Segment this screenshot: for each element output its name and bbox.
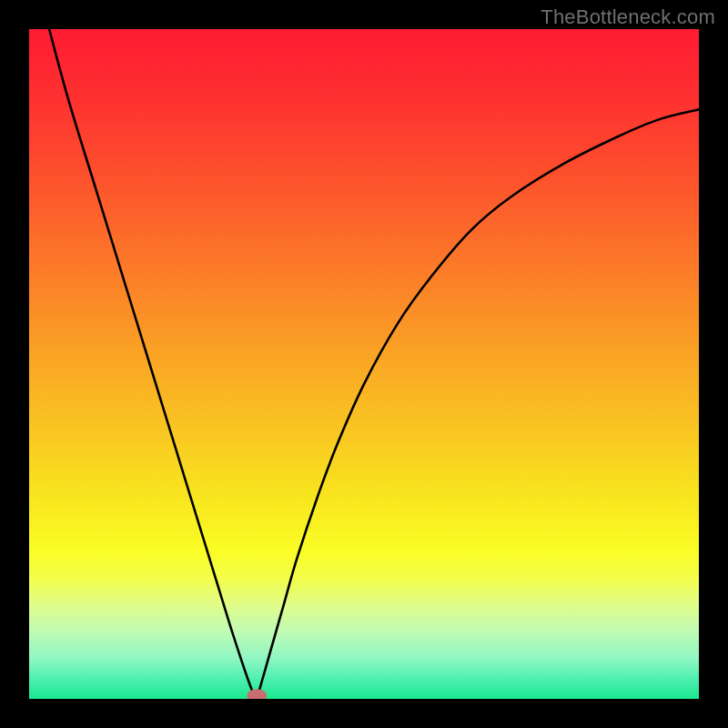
plot-area — [29, 29, 699, 699]
chart-svg — [29, 29, 699, 699]
gradient-background — [29, 29, 699, 699]
chart-frame: TheBottleneck.com — [0, 0, 728, 728]
watermark-label: TheBottleneck.com — [541, 5, 715, 29]
